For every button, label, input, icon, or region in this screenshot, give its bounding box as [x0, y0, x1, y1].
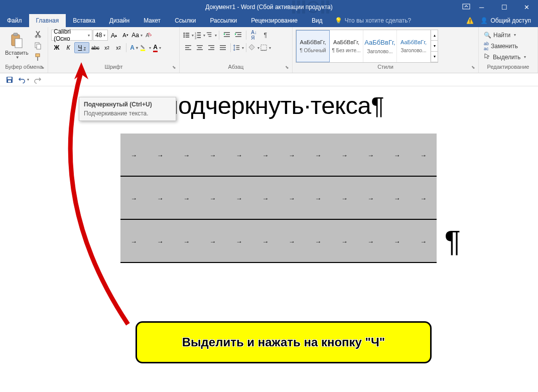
dialog-launcher-icon[interactable]: ⬊: [41, 65, 45, 70]
tab-design[interactable]: Дизайн: [102, 14, 137, 27]
style-heading1[interactable]: АаБбВвГг, Заголово...: [363, 30, 397, 62]
paste-icon: [9, 33, 25, 49]
redo-button[interactable]: [32, 74, 43, 85]
line-spacing-button[interactable]: ▾: [233, 42, 244, 53]
gallery-up-button[interactable]: ▴: [431, 30, 438, 41]
bold-button[interactable]: Ж: [51, 42, 62, 53]
style-heading2[interactable]: АаБбВвГг, Заголово...: [397, 30, 431, 62]
align-right-button[interactable]: [206, 42, 217, 53]
font-size-combo[interactable]: 48▾: [93, 30, 108, 41]
shrink-font-button[interactable]: A▾: [120, 30, 131, 41]
table-row[interactable]: →→→→→→→→→→→→: [120, 177, 437, 220]
borders-button[interactable]: ▾: [260, 42, 271, 53]
font-color-button[interactable]: A▾: [152, 42, 163, 53]
align-left-button[interactable]: [183, 42, 194, 53]
sort-button[interactable]: А↓Я: [248, 30, 259, 41]
select-button[interactable]: Выделить▾: [482, 52, 534, 62]
tab-insert[interactable]: Вставка: [66, 14, 102, 27]
increase-indent-button[interactable]: [233, 30, 244, 41]
change-case-button[interactable]: Aa▾: [131, 30, 143, 41]
svg-point-12: [183, 33, 185, 34]
cut-button[interactable]: [33, 29, 44, 40]
underline-button[interactable]: Ч▾: [74, 42, 89, 53]
copy-button[interactable]: [33, 40, 44, 51]
highlight-button[interactable]: ▾: [140, 42, 151, 53]
tooltip-description: Подчеркивание текста.: [84, 110, 171, 117]
window-controls: ─ ☐ ✕: [470, 0, 538, 14]
svg-rect-31: [237, 34, 241, 35]
italic-button[interactable]: К: [63, 42, 74, 53]
minimize-button[interactable]: ─: [470, 0, 493, 14]
share-area: ⚠️ 👤 Общий доступ: [459, 14, 538, 27]
group-styles: АаБбВвГг, ¶ Обычный АаБбВвГг, ¶ Без инте…: [293, 27, 479, 73]
tell-me-search[interactable]: 💡 Что вы хотите сделать?: [335, 14, 412, 27]
svg-rect-42: [220, 45, 226, 46]
svg-rect-48: [261, 45, 266, 50]
svg-rect-25: [208, 34, 212, 35]
strikethrough-button[interactable]: abc: [90, 42, 101, 53]
dialog-launcher-icon[interactable]: ⬊: [172, 65, 176, 70]
find-button[interactable]: 🔍Найти▾: [482, 30, 534, 40]
justify-button[interactable]: [217, 42, 228, 53]
replace-button[interactable]: abacЗаменить: [482, 41, 534, 51]
tab-references[interactable]: Ссылки: [168, 14, 203, 27]
undo-button[interactable]: ▾: [18, 74, 29, 85]
gallery-nav: ▴ ▾ ▾: [431, 30, 438, 62]
svg-rect-23: [197, 37, 201, 38]
maximize-button[interactable]: ☐: [493, 0, 515, 14]
align-center-button[interactable]: [194, 42, 205, 53]
font-group-label: Шрифт ⬊: [50, 64, 177, 73]
paste-button[interactable]: Вставить ▼: [2, 29, 32, 64]
warning-icon[interactable]: ⚠️: [466, 17, 474, 24]
close-button[interactable]: ✕: [515, 0, 538, 14]
grow-font-button[interactable]: A▴: [108, 30, 119, 41]
replace-icon: abac: [484, 41, 489, 51]
svg-rect-38: [197, 49, 203, 50]
tab-mailings[interactable]: Рассылки: [203, 14, 244, 27]
numbering-button[interactable]: 123▾: [194, 30, 205, 41]
group-editing: 🔍Найти▾ abacЗаменить Выделить▾ Редактиро…: [479, 27, 538, 73]
share-button[interactable]: Общий доступ: [490, 17, 531, 24]
styles-group-label: Стили ⬊: [295, 64, 476, 73]
svg-rect-3: [15, 39, 22, 48]
multilevel-list-button[interactable]: ▾: [206, 30, 217, 41]
svg-rect-34: [185, 47, 189, 48]
ribbon-display-options[interactable]: [462, 3, 470, 12]
svg-rect-7: [37, 44, 41, 49]
text-effects-button[interactable]: A▾: [128, 42, 140, 53]
subscript-button[interactable]: x2: [101, 42, 112, 53]
gallery-more-button[interactable]: ▾: [431, 52, 438, 62]
gallery-down-button[interactable]: ▾: [431, 41, 438, 51]
style-normal[interactable]: АаБбВвГг, ¶ Обычный: [296, 30, 330, 62]
bullets-button[interactable]: ▾: [183, 30, 194, 41]
svg-rect-44: [220, 49, 226, 50]
ribbon-tabs: Файл Главная Вставка Дизайн Макет Ссылки…: [0, 14, 538, 27]
svg-rect-36: [197, 45, 203, 46]
save-button[interactable]: [4, 74, 15, 85]
svg-rect-21: [197, 35, 201, 36]
style-no-spacing[interactable]: АаБбВвГг, ¶ Без инте...: [330, 30, 363, 62]
tab-view[interactable]: Вид: [305, 14, 330, 27]
tab-review[interactable]: Рецензирование: [244, 14, 305, 27]
tab-layout[interactable]: Макет: [137, 14, 168, 27]
format-painter-button[interactable]: [33, 52, 44, 63]
superscript-button[interactable]: x2: [113, 42, 124, 53]
styles-gallery[interactable]: АаБбВвГг, ¶ Обычный АаБбВвГг, ¶ Без инте…: [296, 30, 438, 63]
font-name-combo[interactable]: Calibri (Осно▾: [51, 30, 92, 41]
chevron-down-icon: ▼: [16, 56, 20, 60]
svg-rect-8: [36, 54, 40, 57]
clear-formatting-button[interactable]: A: [143, 30, 154, 41]
table-row[interactable]: →→→→→→→→→→→→: [120, 134, 437, 177]
svg-rect-13: [186, 33, 190, 34]
table-row[interactable]: →→→→→→→→→→→→ ¶: [120, 220, 437, 263]
dialog-launcher-icon[interactable]: ⬊: [471, 65, 475, 70]
decrease-indent-button[interactable]: [221, 30, 232, 41]
shading-button[interactable]: ▾: [248, 42, 259, 53]
selected-table[interactable]: →→→→→→→→→→→→ →→→→→→→→→→→→ →→→→→→→→→→→→ ¶: [120, 134, 437, 263]
tab-home[interactable]: Главная: [29, 14, 66, 27]
tab-file[interactable]: Файл: [0, 14, 29, 27]
show-marks-button[interactable]: ¶: [260, 30, 271, 41]
editing-group-label: Редактирование: [481, 64, 535, 73]
find-icon: 🔍: [484, 32, 491, 39]
dialog-launcher-icon[interactable]: ⬊: [285, 65, 289, 70]
